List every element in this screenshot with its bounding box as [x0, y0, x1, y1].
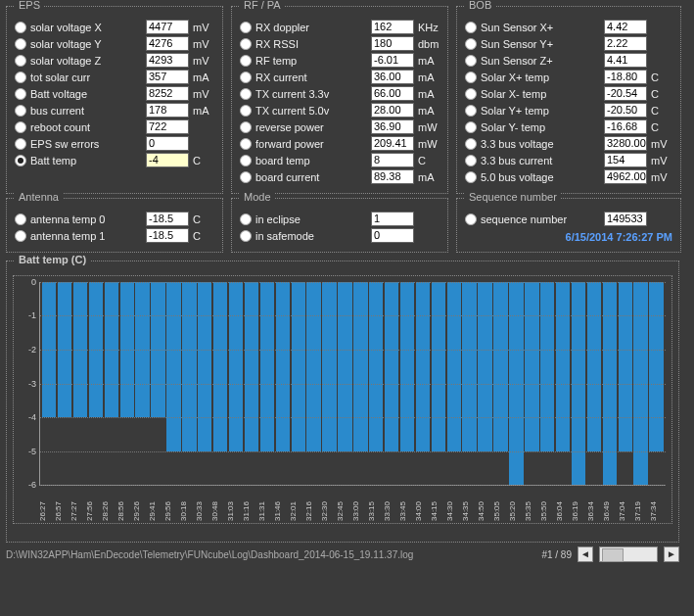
batt-voltage-radio[interactable] — [15, 88, 26, 100]
x-tick-label: 36:19 — [572, 486, 587, 521]
tot-solar-curr-value[interactable]: 357 — [146, 70, 189, 84]
bus-33-current-value[interactable]: 154 — [604, 153, 647, 167]
batt-temp-radio[interactable] — [15, 155, 26, 166]
board-temp-value[interactable]: 8 — [371, 153, 414, 167]
bob-rows: Sun Sensor X+4.42Sun Sensor Y+2.22Sun Se… — [465, 19, 672, 185]
eps-sw-errors-value[interactable]: 0 — [146, 136, 189, 151]
antenna-temp-0-value[interactable]: -18.5 — [146, 212, 189, 226]
sun-sensor-x-radio[interactable] — [465, 22, 477, 33]
x-tick-label: 35:35 — [525, 486, 540, 521]
x-tick-label: 29:26 — [133, 486, 149, 521]
in-safemode-radio[interactable] — [240, 230, 252, 242]
x-tick-label: 37:04 — [619, 486, 634, 521]
bar — [276, 282, 290, 451]
timestamp: 6/15/2014 7:26:27 PM — [465, 227, 672, 243]
sun-sensor-z-value[interactable]: 4.41 — [604, 53, 647, 68]
sun-sensor-x-value[interactable]: 4.42 — [604, 20, 647, 34]
sun-sensor-z-radio[interactable] — [465, 55, 477, 67]
rx-doppler-value[interactable]: 162 — [371, 20, 414, 34]
batt-temp-value[interactable]: -4 — [146, 153, 189, 167]
reverse-power-radio[interactable] — [240, 121, 252, 133]
tot-solar-curr-radio[interactable] — [15, 71, 26, 83]
rx-doppler-unit: KHz — [418, 22, 440, 33]
prev-button[interactable]: ◄ — [578, 546, 593, 562]
sun-sensor-y-value[interactable]: 2.22 — [604, 36, 647, 51]
y-tick-label: -4 — [21, 412, 36, 422]
batt-temp-label: Batt temp — [30, 155, 142, 166]
rf-temp-unit: mA — [418, 55, 440, 67]
bus-33-voltage-radio[interactable] — [465, 138, 477, 150]
reboot-count-value[interactable]: 722 — [146, 119, 189, 134]
in-eclipse-radio[interactable] — [240, 213, 252, 225]
reverse-power-row: reverse power36.90mW — [240, 118, 440, 135]
board-temp-radio[interactable] — [240, 155, 252, 166]
bus-50-voltage-value[interactable]: 4962.00 — [604, 169, 647, 184]
bus-33-voltage-value[interactable]: 3280.00 — [604, 136, 647, 151]
rf-temp-value[interactable]: -6.01 — [371, 53, 414, 68]
bus-current-value[interactable]: 178 — [146, 103, 189, 118]
tx-current-50v-radio[interactable] — [240, 105, 252, 117]
nav-slider[interactable] — [599, 546, 658, 562]
forward-power-row: forward power209.41mW — [240, 135, 440, 152]
solar-ym-temp-value[interactable]: -16.68 — [604, 119, 647, 134]
chart-xlabels: 26:2726:5727:2727:5628:2628:5629:2629:41… — [39, 486, 666, 521]
reverse-power-value[interactable]: 36.90 — [371, 119, 414, 134]
bar — [432, 282, 445, 451]
antenna-temp-1-value[interactable]: -18.5 — [146, 228, 189, 243]
solar-yp-temp-value[interactable]: -20.50 — [604, 103, 647, 118]
solar-yp-temp-radio[interactable] — [465, 105, 477, 117]
solar-xp-temp-value[interactable]: -18.80 — [604, 70, 647, 84]
tx-current-33v-value[interactable]: 66.00 — [371, 86, 414, 101]
y-tick-label: 0 — [21, 277, 36, 287]
next-button[interactable]: ► — [664, 546, 679, 562]
tx-current-50v-value[interactable]: 28.00 — [371, 103, 414, 118]
board-current-row: board current89.38mA — [240, 168, 440, 185]
reboot-count-radio[interactable] — [15, 121, 26, 133]
solar-voltage-z-radio[interactable] — [15, 55, 26, 67]
solar-xm-temp-radio[interactable] — [465, 88, 477, 100]
antenna-temp-1-radio[interactable] — [15, 230, 26, 242]
in-safemode-row: in safemode0 — [240, 227, 440, 244]
antenna-rows: antenna temp 0-18.5Cantenna temp 1-18.5C — [15, 211, 214, 244]
batt-voltage-value[interactable]: 8252 — [146, 86, 189, 101]
antenna-temp-0-label: antenna temp 0 — [30, 213, 142, 225]
antenna-temp-0-radio[interactable] — [15, 213, 26, 225]
rx-current-radio[interactable] — [240, 71, 252, 83]
sequence-number-value[interactable]: 149533 — [604, 212, 647, 226]
board-current-radio[interactable] — [240, 171, 252, 183]
rx-rssi-radio[interactable] — [240, 38, 252, 50]
chart-inner: 0-1-2-3-4-5-6 26:2726:5727:2727:5628:262… — [13, 275, 672, 524]
sequence-number-radio[interactable] — [465, 213, 477, 225]
solar-ym-temp-radio[interactable] — [465, 121, 477, 133]
bus-50-voltage-radio[interactable] — [465, 171, 477, 183]
bus-current-radio[interactable] — [15, 105, 26, 117]
sun-sensor-y-radio[interactable] — [465, 38, 477, 50]
forward-power-value[interactable]: 209.41 — [371, 136, 414, 151]
rf-temp-label: RF temp — [255, 55, 367, 67]
solar-voltage-x-value[interactable]: 4477 — [146, 20, 189, 34]
sun-sensor-y-label: Sun Sensor Y+ — [481, 38, 600, 50]
rx-rssi-value[interactable]: 180 — [371, 36, 414, 51]
solar-xp-temp-radio[interactable] — [465, 71, 477, 83]
solar-voltage-y-radio[interactable] — [15, 38, 26, 50]
tx-current-33v-radio[interactable] — [240, 88, 252, 100]
gridline — [40, 315, 666, 316]
x-tick-label: 29:56 — [164, 486, 180, 521]
board-temp-row: board temp8C — [240, 152, 440, 168]
eps-sw-errors-radio[interactable] — [15, 138, 26, 150]
sun-sensor-z-label: Sun Sensor Z+ — [481, 55, 600, 67]
forward-power-radio[interactable] — [240, 138, 252, 150]
in-eclipse-value[interactable]: 1 — [371, 212, 414, 226]
rf-temp-radio[interactable] — [240, 55, 252, 67]
x-tick-label: 26:27 — [39, 486, 55, 521]
board-current-value[interactable]: 89.38 — [371, 169, 414, 184]
bus-33-current-radio[interactable] — [465, 155, 477, 166]
in-safemode-value[interactable]: 0 — [371, 228, 414, 243]
rx-doppler-radio[interactable] — [240, 22, 252, 33]
rx-current-value[interactable]: 36.00 — [371, 70, 414, 84]
solar-voltage-y-value[interactable]: 4276 — [146, 36, 189, 51]
solar-xm-temp-value[interactable]: -20.54 — [604, 86, 647, 101]
solar-voltage-x-radio[interactable] — [15, 22, 26, 33]
solar-voltage-z-value[interactable]: 4293 — [146, 53, 189, 68]
x-tick-label: 32:45 — [337, 486, 352, 521]
